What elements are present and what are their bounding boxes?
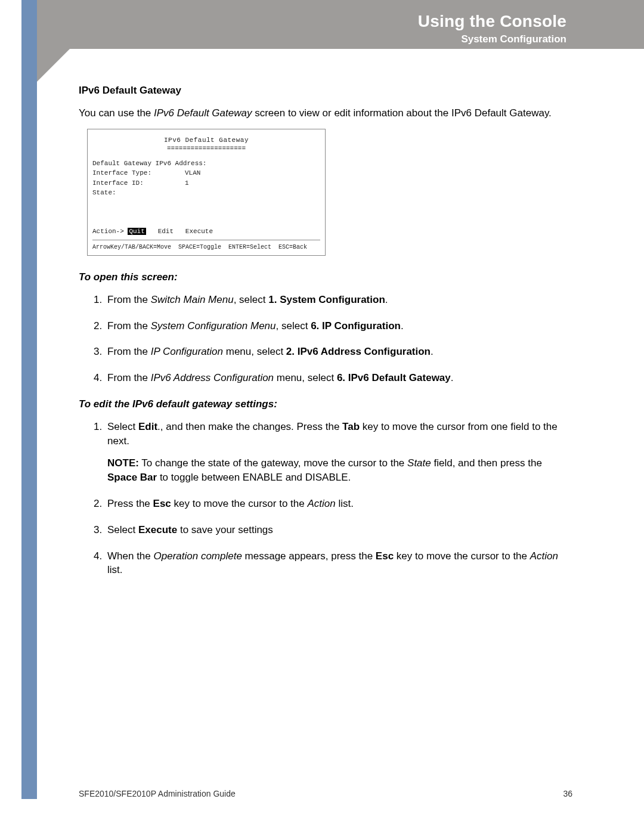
edit-steps-list: Select Edit., and then make the changes.… bbox=[79, 420, 568, 577]
open-step-2: From the System Configuration Menu, sele… bbox=[105, 319, 568, 333]
header-subtitle: System Configuration bbox=[37, 33, 566, 45]
console-help-line: ArrowKey/TAB/BACK=Move SPACE=Toggle ENTE… bbox=[92, 240, 320, 252]
header-diagonal bbox=[37, 49, 70, 82]
console-action-row: Action-> Quit Edit Execute bbox=[92, 227, 320, 237]
edit-settings-heading: To edit the IPv6 default gateway setting… bbox=[79, 397, 568, 411]
open-step-3: From the IP Configuration menu, select 2… bbox=[105, 345, 568, 359]
console-screenshot: IPv6 Default Gateway ===================… bbox=[87, 129, 326, 256]
header-title: Using the Console bbox=[37, 12, 566, 31]
console-underline: ==================== bbox=[92, 144, 320, 154]
open-screen-heading: To open this screen: bbox=[79, 270, 568, 284]
left-accent-bar bbox=[21, 0, 37, 799]
intro-paragraph: You can use the IPv6 Default Gateway scr… bbox=[79, 106, 568, 120]
page-content: IPv6 Default Gateway You can use the IPv… bbox=[79, 83, 568, 589]
section-heading: IPv6 Default Gateway bbox=[79, 83, 568, 98]
edit-step-3: Select Execute to save your settings bbox=[105, 523, 568, 537]
edit-step-4: When the Operation complete message appe… bbox=[105, 549, 568, 578]
open-step-4: From the IPv6 Address Configuration menu… bbox=[105, 371, 568, 385]
note-block: NOTE: To change the state of the gateway… bbox=[107, 456, 568, 485]
edit-step-2: Press the Esc key to move the cursor to … bbox=[105, 497, 568, 511]
open-steps-list: From the Switch Main Menu, select 1. Sys… bbox=[79, 293, 568, 385]
page-footer: SFE2010/SFE2010P Administration Guide 36 bbox=[79, 789, 572, 798]
page-header: Using the Console System Configuration bbox=[37, 0, 644, 49]
edit-step-1: Select Edit., and then make the changes.… bbox=[105, 420, 568, 485]
footer-doc-title: SFE2010/SFE2010P Administration Guide bbox=[79, 789, 236, 798]
open-step-1: From the Switch Main Menu, select 1. Sys… bbox=[105, 293, 568, 307]
footer-page-number: 36 bbox=[563, 789, 572, 798]
